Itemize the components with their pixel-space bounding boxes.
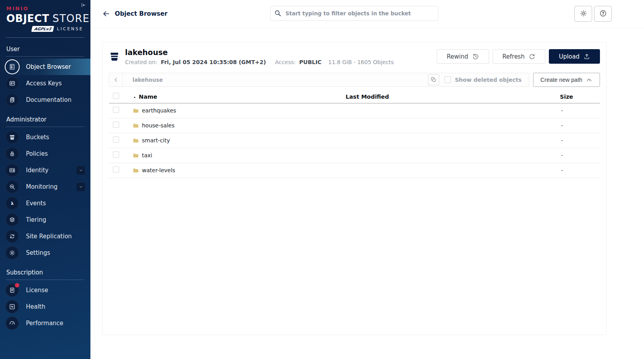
divider bbox=[6, 127, 85, 127]
object-browser-icon bbox=[9, 63, 16, 70]
sidebar-item-performance[interactable]: Performance bbox=[0, 315, 90, 331]
notification-dot bbox=[15, 283, 19, 287]
gear-icon bbox=[580, 9, 587, 18]
folder-icon bbox=[132, 107, 139, 114]
row-checkbox[interactable] bbox=[113, 136, 119, 143]
row-checkbox[interactable] bbox=[113, 107, 119, 113]
folder-icon bbox=[132, 152, 139, 159]
column-header-last-modified[interactable]: Last Modified bbox=[346, 94, 560, 100]
sidebar-item-monitoring[interactable]: Monitoring bbox=[0, 179, 90, 195]
sidebar-section: Subscription License Health Performance bbox=[0, 269, 90, 331]
sidebar-item-object-browser[interactable]: Object Browser bbox=[0, 59, 90, 75]
monitoring-icon bbox=[9, 183, 16, 190]
copy-path-button[interactable] bbox=[428, 74, 439, 85]
collapse-sidebar-icon[interactable] bbox=[80, 2, 88, 10]
size-value: - bbox=[560, 137, 600, 144]
sidebar-item-access-keys[interactable]: Access Keys bbox=[0, 75, 90, 92]
performance-icon bbox=[9, 320, 16, 327]
search-input[interactable] bbox=[270, 6, 438, 21]
help-icon: ? bbox=[599, 9, 607, 18]
divider bbox=[6, 37, 85, 38]
path-back-button[interactable] bbox=[109, 73, 123, 87]
events-icon: λ bbox=[9, 200, 16, 207]
breadcrumb: lakehouse Show deleted objects bbox=[109, 73, 529, 87]
column-header-size[interactable]: Size bbox=[560, 94, 600, 100]
chevron-down-icon[interactable] bbox=[77, 166, 85, 175]
svg-text:?: ? bbox=[602, 11, 604, 15]
show-deleted-checkbox[interactable] bbox=[444, 76, 451, 83]
sidebar-item-policies[interactable]: Policies bbox=[0, 145, 90, 162]
table-header: Name Last Modified Size bbox=[109, 90, 600, 103]
new-path-icon bbox=[586, 77, 592, 83]
column-header-name[interactable]: Name bbox=[132, 94, 346, 100]
agpl-badge: AGPLv3 bbox=[31, 26, 54, 32]
table-row[interactable]: house-sales - bbox=[109, 118, 600, 133]
sidebar-section-label: User bbox=[0, 46, 90, 53]
back-button[interactable]: Object Browser bbox=[102, 10, 167, 18]
svg-text:λ: λ bbox=[11, 201, 13, 206]
sidebar-item-events[interactable]: λ Events bbox=[0, 195, 90, 212]
rewind-icon bbox=[472, 53, 479, 60]
sidebar-item-buckets[interactable]: Buckets bbox=[0, 129, 90, 145]
sidebar-item-settings[interactable]: Settings bbox=[0, 245, 90, 261]
table-row[interactable]: earthquakes - bbox=[109, 103, 600, 118]
path-toolbar: lakehouse Show deleted objects Create ne… bbox=[109, 73, 600, 87]
show-deleted-toggle[interactable]: Show deleted objects bbox=[444, 76, 522, 83]
upload-button[interactable]: Upload bbox=[549, 49, 600, 64]
row-checkbox[interactable] bbox=[113, 122, 119, 128]
settings-button[interactable] bbox=[574, 6, 592, 22]
access-keys-icon bbox=[9, 80, 16, 87]
sidebar-item-license[interactable]: License bbox=[0, 282, 90, 298]
sidebar-item-label: Buckets bbox=[26, 134, 49, 141]
sidebar-item-documentation[interactable]: Documentation bbox=[0, 92, 90, 108]
size-value: - bbox=[560, 107, 600, 114]
sidebar-item-label: Monitoring bbox=[26, 183, 57, 190]
sidebar-item-label: Policies bbox=[26, 150, 48, 157]
back-arrow-icon bbox=[102, 10, 110, 18]
show-deleted-label: Show deleted objects bbox=[455, 77, 522, 83]
sidebar-item-site-replication[interactable]: Site Replication bbox=[0, 228, 90, 245]
created-on-label: Created on: bbox=[125, 59, 157, 65]
object-name: house-sales bbox=[142, 122, 175, 129]
policies-icon bbox=[9, 150, 16, 157]
table-row[interactable]: smart-city - bbox=[109, 133, 600, 148]
tiering-icon bbox=[9, 216, 16, 223]
table-row[interactable]: taxi - bbox=[109, 148, 600, 163]
sidebar-item-label: Access Keys bbox=[26, 80, 62, 87]
license-icon bbox=[9, 287, 16, 294]
rewind-button[interactable]: Rewind bbox=[437, 49, 489, 64]
object-name: taxi bbox=[142, 152, 152, 158]
chevron-down-icon[interactable] bbox=[77, 183, 85, 191]
help-button[interactable]: ? bbox=[594, 6, 612, 22]
refresh-icon bbox=[528, 53, 535, 60]
table-row[interactable]: water-levels - bbox=[109, 163, 600, 178]
product-name-light: STORE bbox=[52, 13, 90, 24]
folder-icon bbox=[132, 137, 139, 144]
sidebar-item-label: Tiering bbox=[26, 216, 46, 223]
sidebar-item-label: Health bbox=[26, 303, 45, 310]
folder-icon bbox=[132, 167, 139, 174]
sidebar-item-identity[interactable]: Identity bbox=[0, 162, 90, 179]
sidebar-item-health[interactable]: Health bbox=[0, 298, 90, 315]
sidebar: MINIO OBJECT STORE AGPLv3 LICENSE User O… bbox=[0, 0, 90, 359]
size-value: - bbox=[560, 152, 600, 158]
bucket-usage: 11.8 GiB - 1605 Objects bbox=[328, 59, 394, 65]
main-content: Object Browser ? lakehouse Created on: F… bbox=[90, 0, 644, 359]
access-label: Access: bbox=[275, 59, 296, 65]
sidebar-item-tiering[interactable]: Tiering bbox=[0, 212, 90, 228]
select-all-checkbox[interactable] bbox=[113, 93, 119, 99]
health-icon bbox=[9, 303, 16, 310]
refresh-button[interactable]: Refresh bbox=[493, 49, 546, 64]
row-checkbox[interactable] bbox=[113, 151, 119, 158]
create-new-path-button[interactable]: Create new path bbox=[533, 73, 600, 87]
row-checkbox[interactable] bbox=[113, 166, 119, 173]
current-path: lakehouse bbox=[132, 77, 163, 83]
table-body: earthquakes - house-sales - smart-city -… bbox=[109, 103, 600, 178]
app: MINIO OBJECT STORE AGPLv3 LICENSE User O… bbox=[0, 0, 644, 359]
sidebar-section-label: Administrator bbox=[0, 116, 90, 123]
access-value: PUBLIC bbox=[299, 59, 322, 65]
divider bbox=[6, 56, 85, 57]
minio-logo: MINIO OBJECT STORE AGPLv3 LICENSE bbox=[0, 0, 90, 32]
license-label: LICENSE bbox=[57, 26, 83, 31]
bucket-name: lakehouse bbox=[125, 48, 394, 57]
